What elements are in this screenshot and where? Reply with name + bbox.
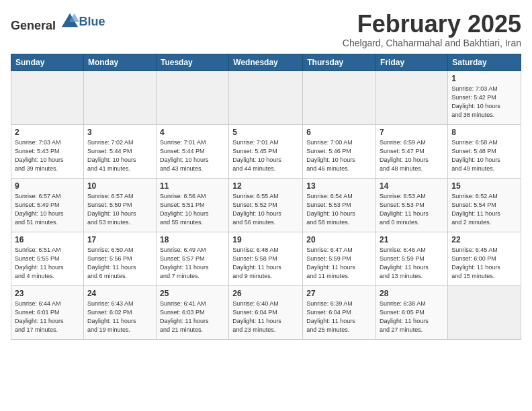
day-info: Sunrise: 6:53 AM Sunset: 5:53 PM Dayligh… xyxy=(380,192,444,227)
day-info: Sunrise: 6:50 AM Sunset: 5:56 PM Dayligh… xyxy=(87,246,152,281)
day-info: Sunrise: 6:39 AM Sunset: 6:04 PM Dayligh… xyxy=(306,300,372,334)
day-number: 28 xyxy=(380,289,444,298)
weekday-header-cell: Friday xyxy=(376,54,448,71)
day-number: 18 xyxy=(160,235,225,244)
day-number: 9 xyxy=(15,181,80,191)
calendar-day-cell: 5Sunrise: 7:01 AM Sunset: 5:45 PM Daylig… xyxy=(229,124,303,178)
day-number: 8 xyxy=(451,128,517,137)
day-number: 25 xyxy=(160,289,225,298)
calendar-day-cell: 3Sunrise: 7:02 AM Sunset: 5:44 PM Daylig… xyxy=(83,124,156,178)
day-info: Sunrise: 6:59 AM Sunset: 5:47 PM Dayligh… xyxy=(380,138,444,173)
calendar-day-cell xyxy=(376,71,448,124)
day-number: 21 xyxy=(380,235,444,244)
day-number: 11 xyxy=(160,181,225,191)
calendar-day-cell: 7Sunrise: 6:59 AM Sunset: 5:47 PM Daylig… xyxy=(376,124,448,178)
calendar-day-cell xyxy=(83,71,156,124)
day-number: 12 xyxy=(232,181,299,191)
weekday-header-cell: Tuesday xyxy=(156,54,228,71)
day-info: Sunrise: 6:46 AM Sunset: 5:59 PM Dayligh… xyxy=(380,246,444,281)
calendar-day-cell: 8Sunrise: 6:58 AM Sunset: 5:48 PM Daylig… xyxy=(448,124,521,178)
day-info: Sunrise: 7:02 AM Sunset: 5:44 PM Dayligh… xyxy=(87,138,152,173)
calendar-day-cell xyxy=(156,71,228,124)
day-number: 16 xyxy=(15,235,80,244)
day-number: 20 xyxy=(306,235,372,244)
day-info: Sunrise: 6:55 AM Sunset: 5:52 PM Dayligh… xyxy=(232,192,299,227)
calendar-day-cell: 28Sunrise: 6:38 AM Sunset: 6:05 PM Dayli… xyxy=(376,285,448,339)
calendar-day-cell xyxy=(448,285,521,339)
day-number: 19 xyxy=(232,235,299,244)
calendar-day-cell: 25Sunrise: 6:41 AM Sunset: 6:03 PM Dayli… xyxy=(156,285,228,339)
day-number: 4 xyxy=(160,128,225,137)
day-info: Sunrise: 6:41 AM Sunset: 6:03 PM Dayligh… xyxy=(160,300,225,334)
day-info: Sunrise: 7:01 AM Sunset: 5:45 PM Dayligh… xyxy=(232,138,299,173)
calendar-week-row: 9Sunrise: 6:57 AM Sunset: 5:49 PM Daylig… xyxy=(11,178,521,232)
day-info: Sunrise: 6:44 AM Sunset: 6:01 PM Dayligh… xyxy=(15,300,80,334)
day-info: Sunrise: 6:58 AM Sunset: 5:48 PM Dayligh… xyxy=(451,138,517,173)
day-number: 15 xyxy=(451,181,517,191)
calendar-day-cell: 1Sunrise: 7:03 AM Sunset: 5:42 PM Daylig… xyxy=(448,71,521,124)
day-number: 23 xyxy=(15,289,80,298)
logo-general: General xyxy=(11,19,56,32)
month-title: February 2025 xyxy=(343,11,521,38)
day-info: Sunrise: 6:38 AM Sunset: 6:05 PM Dayligh… xyxy=(380,300,444,334)
calendar-day-cell: 4Sunrise: 7:01 AM Sunset: 5:44 PM Daylig… xyxy=(156,124,228,178)
title-block: February 2025 Chelgard, Chaharmahal and … xyxy=(343,11,521,48)
day-number: 17 xyxy=(87,235,152,244)
day-info: Sunrise: 7:00 AM Sunset: 5:46 PM Dayligh… xyxy=(306,138,372,173)
day-number: 6 xyxy=(306,128,372,137)
calendar-day-cell: 11Sunrise: 6:56 AM Sunset: 5:51 PM Dayli… xyxy=(156,178,228,232)
logo: General Blue xyxy=(11,11,105,33)
calendar-day-cell: 18Sunrise: 6:49 AM Sunset: 5:57 PM Dayli… xyxy=(156,232,228,285)
logo-blue: Blue xyxy=(79,15,105,28)
weekday-header-cell: Wednesday xyxy=(229,54,303,71)
calendar-day-cell xyxy=(11,71,84,124)
weekday-header-cell: Monday xyxy=(83,54,156,71)
day-number: 3 xyxy=(87,128,152,137)
calendar-week-row: 2Sunrise: 7:03 AM Sunset: 5:43 PM Daylig… xyxy=(11,124,521,178)
calendar-day-cell: 22Sunrise: 6:45 AM Sunset: 6:00 PM Dayli… xyxy=(448,232,521,285)
day-number: 13 xyxy=(306,181,372,191)
calendar-day-cell: 9Sunrise: 6:57 AM Sunset: 5:49 PM Daylig… xyxy=(11,178,84,232)
weekday-header-cell: Thursday xyxy=(303,54,376,71)
day-number: 24 xyxy=(87,289,152,298)
day-info: Sunrise: 7:01 AM Sunset: 5:44 PM Dayligh… xyxy=(160,138,225,173)
day-info: Sunrise: 6:47 AM Sunset: 5:59 PM Dayligh… xyxy=(306,246,372,281)
day-info: Sunrise: 7:03 AM Sunset: 5:42 PM Dayligh… xyxy=(451,85,517,120)
calendar-day-cell: 16Sunrise: 6:51 AM Sunset: 5:55 PM Dayli… xyxy=(11,232,84,285)
day-number: 1 xyxy=(451,74,517,83)
calendar-day-cell: 2Sunrise: 7:03 AM Sunset: 5:43 PM Daylig… xyxy=(11,124,84,178)
page-header: General Blue February 2025 Chelgard, Cha… xyxy=(11,11,521,48)
logo-icon xyxy=(60,11,79,30)
calendar-day-cell: 10Sunrise: 6:57 AM Sunset: 5:50 PM Dayli… xyxy=(83,178,156,232)
day-info: Sunrise: 6:48 AM Sunset: 5:58 PM Dayligh… xyxy=(232,246,299,281)
calendar-day-cell: 21Sunrise: 6:46 AM Sunset: 5:59 PM Dayli… xyxy=(376,232,448,285)
calendar-day-cell: 26Sunrise: 6:40 AM Sunset: 6:04 PM Dayli… xyxy=(229,285,303,339)
calendar-day-cell: 13Sunrise: 6:54 AM Sunset: 5:53 PM Dayli… xyxy=(303,178,376,232)
day-info: Sunrise: 7:03 AM Sunset: 5:43 PM Dayligh… xyxy=(15,138,80,173)
day-info: Sunrise: 6:57 AM Sunset: 5:50 PM Dayligh… xyxy=(87,192,152,227)
calendar-day-cell: 17Sunrise: 6:50 AM Sunset: 5:56 PM Dayli… xyxy=(83,232,156,285)
calendar-day-cell xyxy=(229,71,303,124)
day-info: Sunrise: 6:52 AM Sunset: 5:54 PM Dayligh… xyxy=(451,192,517,227)
day-number: 10 xyxy=(87,181,152,191)
day-number: 26 xyxy=(232,289,299,298)
day-info: Sunrise: 6:40 AM Sunset: 6:04 PM Dayligh… xyxy=(232,300,299,334)
calendar-day-cell: 14Sunrise: 6:53 AM Sunset: 5:53 PM Dayli… xyxy=(376,178,448,232)
weekday-header-row: SundayMondayTuesdayWednesdayThursdayFrid… xyxy=(11,54,521,71)
day-info: Sunrise: 6:54 AM Sunset: 5:53 PM Dayligh… xyxy=(306,192,372,227)
calendar-day-cell: 6Sunrise: 7:00 AM Sunset: 5:46 PM Daylig… xyxy=(303,124,376,178)
calendar-day-cell xyxy=(303,71,376,124)
day-number: 22 xyxy=(451,235,517,244)
weekday-header-cell: Saturday xyxy=(448,54,521,71)
day-info: Sunrise: 6:43 AM Sunset: 6:02 PM Dayligh… xyxy=(87,300,152,334)
location-subtitle: Chelgard, Chaharmahal and Bakhtiari, Ira… xyxy=(343,38,521,48)
day-info: Sunrise: 6:56 AM Sunset: 5:51 PM Dayligh… xyxy=(160,192,225,227)
calendar-week-row: 16Sunrise: 6:51 AM Sunset: 5:55 PM Dayli… xyxy=(11,232,521,285)
calendar-day-cell: 19Sunrise: 6:48 AM Sunset: 5:58 PM Dayli… xyxy=(229,232,303,285)
calendar-day-cell: 27Sunrise: 6:39 AM Sunset: 6:04 PM Dayli… xyxy=(303,285,376,339)
calendar-day-cell: 23Sunrise: 6:44 AM Sunset: 6:01 PM Dayli… xyxy=(11,285,84,339)
calendar-week-row: 23Sunrise: 6:44 AM Sunset: 6:01 PM Dayli… xyxy=(11,285,521,339)
calendar-table: SundayMondayTuesdayWednesdayThursdayFrid… xyxy=(11,54,521,340)
day-number: 27 xyxy=(306,289,372,298)
day-info: Sunrise: 6:57 AM Sunset: 5:49 PM Dayligh… xyxy=(15,192,80,227)
